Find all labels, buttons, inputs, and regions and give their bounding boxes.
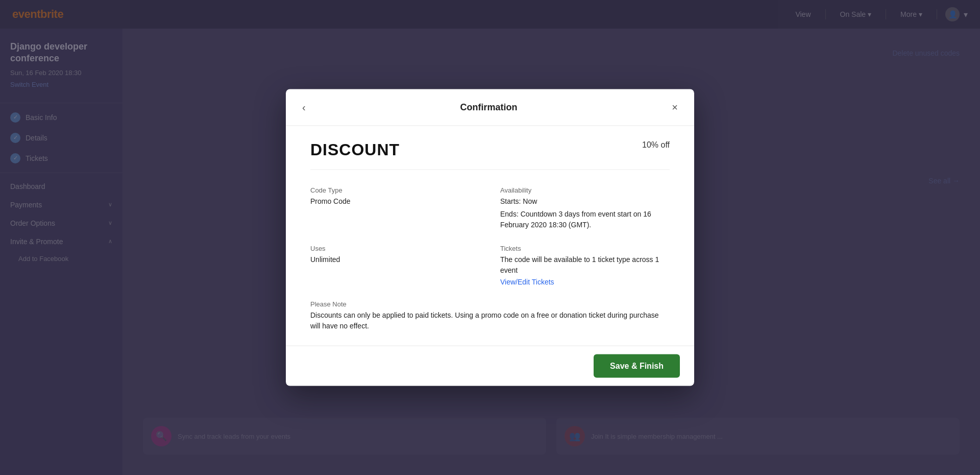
- confirmation-modal: ‹ Confirmation × DISCOUNT 10% off Code T…: [286, 89, 694, 386]
- availability-starts: Starts: Now: [500, 196, 670, 207]
- tickets-value: The code will be available to 1 ticket t…: [500, 254, 670, 276]
- modal-close-button[interactable]: ×: [670, 100, 680, 115]
- modal-back-button[interactable]: ‹: [300, 100, 308, 115]
- modal-header: ‹ Confirmation ×: [286, 89, 694, 126]
- discount-title: DISCOUNT: [310, 140, 400, 159]
- view-edit-tickets-link[interactable]: View/Edit Tickets: [500, 278, 670, 286]
- code-type-label: Code Type: [310, 186, 480, 194]
- tickets-section: Tickets The code will be available to 1 …: [500, 245, 670, 286]
- tickets-label: Tickets: [500, 245, 670, 252]
- code-type-value: Promo Code: [310, 196, 480, 207]
- modal-footer: Save & Finish: [286, 346, 694, 386]
- uses-label: Uses: [310, 245, 480, 252]
- uses-section: Uses Unlimited: [310, 245, 480, 286]
- availability-ends: Ends: Countdown 3 days from event start …: [500, 209, 670, 230]
- availability-label: Availability: [500, 186, 670, 194]
- modal-title: Confirmation: [460, 102, 517, 113]
- please-note-label: Please Note: [310, 300, 670, 308]
- please-note-section: Please Note Discounts can only be applie…: [310, 300, 670, 331]
- save-finish-button[interactable]: Save & Finish: [594, 354, 680, 378]
- code-type-section: Code Type Promo Code: [310, 186, 480, 230]
- discount-header: DISCOUNT 10% off: [310, 140, 670, 170]
- modal-body: DISCOUNT 10% off Code Type Promo Code Av…: [286, 126, 694, 346]
- uses-value: Unlimited: [310, 254, 480, 265]
- availability-section: Availability Starts: Now Ends: Countdown…: [500, 186, 670, 230]
- detail-grid: Code Type Promo Code Availability Starts…: [310, 186, 670, 331]
- discount-value: 10% off: [642, 140, 670, 150]
- please-note-value: Discounts can only be applied to paid ti…: [310, 310, 670, 331]
